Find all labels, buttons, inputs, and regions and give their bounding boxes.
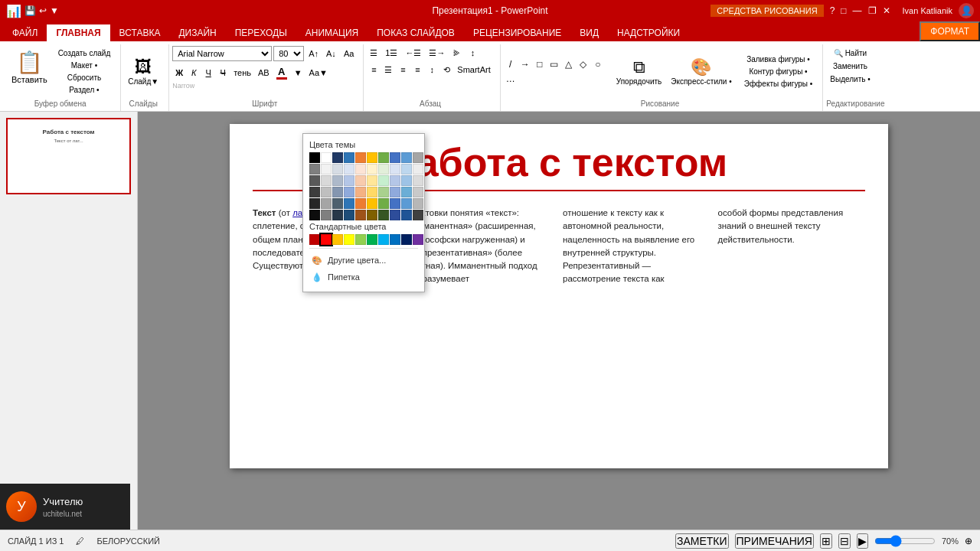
font-name-select[interactable]: Arial Narrow (172, 46, 272, 61)
bullets-button[interactable]: ☰ (367, 46, 381, 60)
quick-access-save[interactable]: 💾 (24, 5, 36, 16)
tab-insert[interactable]: ВСТАВКА (110, 24, 170, 41)
theme-color-cell[interactable] (390, 210, 400, 220)
tab-file[interactable]: ФАЙЛ (3, 24, 47, 41)
help-btn[interactable]: ? (830, 5, 835, 16)
theme-color-cell[interactable] (367, 210, 377, 220)
theme-color-cell[interactable] (378, 187, 389, 197)
tab-addins[interactable]: НАДСТРОЙКИ (608, 24, 689, 41)
quick-access-dropdown[interactable]: ▼ (50, 5, 59, 16)
underline-button[interactable]: Ч (201, 66, 215, 80)
bold-button[interactable]: Ж (172, 66, 186, 80)
border-button[interactable]: Контур фигуры • (740, 66, 817, 77)
comments-button[interactable]: ПРИМЕЧАНИЯ (735, 533, 814, 549)
theme-color-cell[interactable] (401, 210, 412, 220)
numbering-button[interactable]: 1☰ (382, 46, 400, 60)
theme-color-cell[interactable] (401, 198, 412, 209)
theme-color-cell[interactable] (309, 152, 320, 163)
theme-color-cell[interactable] (332, 175, 343, 186)
theme-color-cell[interactable] (321, 198, 332, 209)
tab-format[interactable]: ФОРМАТ (920, 21, 980, 41)
fit-to-window-btn[interactable]: ⊕ (965, 536, 972, 546)
italic-button[interactable]: К (187, 66, 201, 80)
tab-review[interactable]: РЕЦЕНЗИРОВАНИЕ (464, 24, 570, 41)
section-button[interactable]: Раздел • (54, 84, 115, 96)
theme-color-cell[interactable] (355, 198, 366, 209)
slide-sorter-btn[interactable]: ⊟ (838, 533, 851, 549)
theme-color-cell[interactable] (344, 198, 354, 209)
find-button[interactable]: 🔍 Найти (826, 47, 874, 59)
clear-format-btn[interactable]: Aa (341, 47, 357, 60)
theme-color-cell[interactable] (378, 175, 389, 186)
fill-button[interactable]: Заливка фигуры • (740, 54, 817, 65)
theme-color-cell[interactable] (355, 210, 366, 220)
theme-color-cell[interactable] (378, 152, 389, 163)
theme-color-cell[interactable] (367, 187, 377, 197)
theme-color-cell[interactable] (321, 175, 332, 186)
theme-color-cell[interactable] (321, 164, 332, 174)
select-button[interactable]: Выделить • (826, 73, 874, 85)
shadow-button[interactable]: тень (230, 66, 254, 80)
standard-color-cell[interactable] (355, 234, 366, 245)
strikethrough-button[interactable]: Ч (216, 66, 230, 80)
user-avatar[interactable]: 👤 (959, 3, 974, 18)
theme-color-cell[interactable] (390, 175, 400, 186)
theme-color-cell[interactable] (378, 164, 389, 174)
font-color-dropdown[interactable]: ▼ (291, 66, 305, 80)
replace-button[interactable]: Заменить (826, 60, 874, 72)
normal-view-btn[interactable]: ⊞ (820, 533, 832, 549)
standard-color-cell[interactable] (390, 234, 400, 245)
standard-color-cell[interactable] (378, 234, 389, 245)
decrease-indent-btn[interactable]: ←☰ (402, 46, 424, 60)
tab-transitions[interactable]: ПЕРЕХОДЫ (226, 24, 296, 41)
theme-color-cell[interactable] (321, 152, 332, 163)
theme-color-cell[interactable] (332, 152, 343, 163)
columns-button[interactable]: ⫸ (449, 46, 464, 60)
justify-btn[interactable]: ≡ (410, 63, 424, 77)
theme-color-cell[interactable] (321, 187, 332, 197)
shape-tri[interactable]: △ (562, 57, 576, 71)
align-left-btn[interactable]: ≡ (367, 63, 381, 77)
theme-color-cell[interactable] (332, 198, 343, 209)
theme-color-cell[interactable] (332, 164, 343, 174)
theme-color-cell[interactable] (344, 175, 354, 186)
theme-color-cell[interactable] (367, 164, 377, 174)
theme-color-cell[interactable] (309, 187, 320, 197)
reading-view-btn[interactable]: ▶ (857, 533, 868, 549)
express-styles-button[interactable]: 🎨 Экспресс-стили • (667, 55, 735, 88)
highlight-button[interactable]: Aa▼ (306, 66, 331, 80)
theme-color-cell[interactable] (355, 152, 366, 163)
quick-access-undo[interactable]: ↩ (39, 5, 47, 16)
theme-color-cell[interactable] (367, 198, 377, 209)
zoom-slider[interactable] (874, 535, 936, 547)
shape-circle[interactable]: ○ (591, 57, 605, 71)
theme-color-cell[interactable] (309, 175, 320, 186)
theme-color-cell[interactable] (413, 175, 423, 186)
theme-color-cell[interactable] (401, 187, 412, 197)
shape-more[interactable]: … (504, 72, 518, 86)
standard-color-cell[interactable] (401, 234, 412, 245)
theme-color-cell[interactable] (332, 187, 343, 197)
theme-color-cell[interactable] (321, 210, 332, 220)
spacing-button[interactable]: АВ (255, 66, 273, 80)
theme-color-cell[interactable] (367, 175, 377, 186)
effects-button[interactable]: Эффекты фигуры • (740, 78, 817, 90)
standard-color-cell[interactable] (367, 234, 377, 245)
tab-home[interactable]: ГЛАВНАЯ (47, 24, 109, 41)
decrease-font-btn[interactable]: A↓ (323, 47, 339, 60)
theme-color-cell[interactable] (378, 198, 389, 209)
tab-design[interactable]: ДИЗАЙН (169, 24, 225, 41)
increase-font-btn[interactable]: A↑ (305, 47, 322, 60)
theme-color-cell[interactable] (390, 198, 400, 209)
theme-color-cell[interactable] (413, 210, 423, 220)
reset-button[interactable]: Сбросить (54, 72, 115, 83)
tab-animation[interactable]: АНИМАЦИЯ (296, 24, 368, 41)
tab-slideshow[interactable]: ПОКАЗ СЛАЙДОВ (368, 24, 464, 41)
theme-color-cell[interactable] (390, 164, 400, 174)
smartart-convert-btn[interactable]: SmartArt (454, 63, 493, 77)
theme-color-cell[interactable] (344, 187, 354, 197)
paste-button[interactable]: 📋 Вставить (6, 47, 53, 96)
theme-color-cell[interactable] (378, 210, 389, 220)
shape-diamond[interactable]: ◇ (577, 57, 590, 71)
tab-view[interactable]: ВИД (570, 24, 608, 41)
